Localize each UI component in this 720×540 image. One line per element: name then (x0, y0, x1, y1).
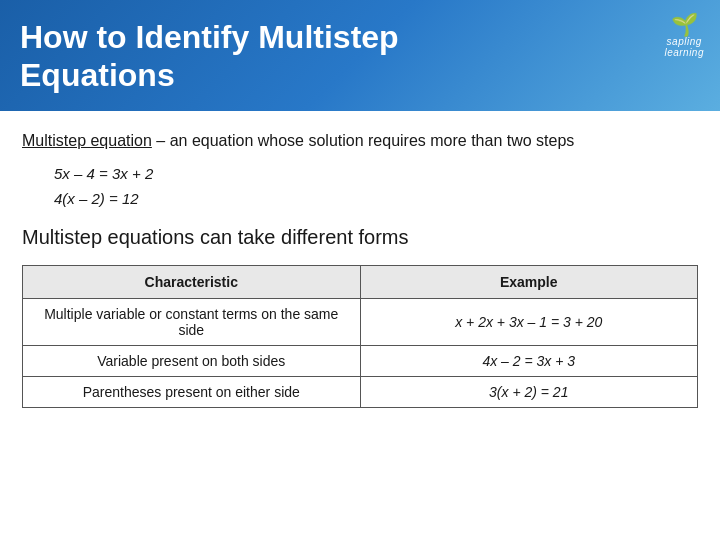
table-container: Characteristic Example Multiple variable… (22, 265, 698, 408)
definition-description: – an equation whose solution requires mo… (152, 132, 574, 149)
col-example-header: Example (360, 265, 698, 298)
definition-text: Multistep equation – an equation whose s… (22, 129, 698, 153)
example-cell: x + 2x + 3x – 1 = 3 + 20 (360, 298, 698, 345)
term-label: Multistep equation (22, 132, 152, 149)
example-line-2: 4(x – 2) = 12 (54, 186, 698, 212)
characteristics-table: Characteristic Example Multiple variable… (22, 265, 698, 408)
table-header-row: Characteristic Example (23, 265, 698, 298)
logo-text-learning: learning (664, 47, 704, 58)
table-row: Multiple variable or constant terms on t… (23, 298, 698, 345)
table-body: Multiple variable or constant terms on t… (23, 298, 698, 407)
content-area: Multistep equation – an equation whose s… (0, 111, 720, 422)
page-title: How to Identify Multistep Equations (20, 18, 700, 95)
example-cell: 3(x + 2) = 21 (360, 376, 698, 407)
example-line-1: 5x – 4 = 3x + 2 (54, 161, 698, 187)
characteristic-cell: Parentheses present on either side (23, 376, 361, 407)
page: How to Identify Multistep Equations 🌱 sa… (0, 0, 720, 540)
example-cell: 4x – 2 = 3x + 3 (360, 345, 698, 376)
sapling-icon: 🌱 (671, 14, 698, 36)
table-row: Variable present on both sides4x – 2 = 3… (23, 345, 698, 376)
definition-block: Multistep equation – an equation whose s… (22, 129, 698, 212)
header: How to Identify Multistep Equations 🌱 sa… (0, 0, 720, 111)
logo: 🌱 sapling learning (664, 14, 704, 58)
logo-text-sapling: sapling (667, 36, 702, 47)
section-heading: Multistep equations can take different f… (22, 226, 698, 249)
examples-indent: 5x – 4 = 3x + 2 4(x – 2) = 12 (54, 161, 698, 212)
characteristic-cell: Multiple variable or constant terms on t… (23, 298, 361, 345)
characteristic-cell: Variable present on both sides (23, 345, 361, 376)
col-characteristic-header: Characteristic (23, 265, 361, 298)
table-row: Parentheses present on either side3(x + … (23, 376, 698, 407)
